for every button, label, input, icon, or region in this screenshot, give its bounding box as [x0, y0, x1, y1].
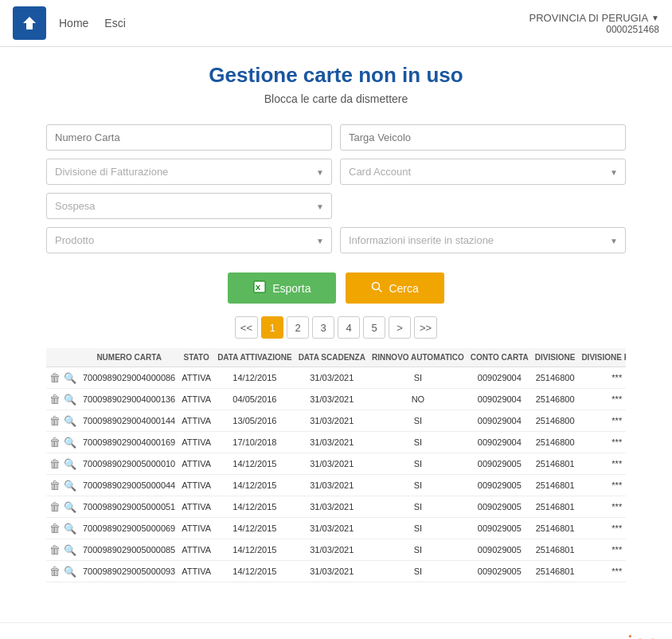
provincia-selector[interactable]: PROVINCIA DI PERUGIA ▼: [529, 12, 659, 24]
trash-icon[interactable]: 🗑: [49, 414, 61, 427]
cell-numero: 7000989029004000086: [80, 367, 178, 389]
page-5[interactable]: 5: [363, 316, 385, 339]
cell-conto: 009029004: [467, 432, 532, 453]
export-icon: X: [253, 280, 266, 296]
cell-div-par: ***: [578, 432, 626, 453]
row-search-icon[interactable]: 🔍: [64, 523, 76, 535]
numero-carta-input[interactable]: [46, 124, 332, 151]
filter-row-1: [46, 124, 626, 151]
table-row: 🗑 🔍 7000989029004000086 ATTIVA 14/12/201…: [46, 367, 626, 389]
cell-data-sc: 31/03/2021: [295, 367, 369, 389]
cell-divisione: 25146801: [532, 518, 579, 539]
page-first[interactable]: <<: [235, 316, 258, 339]
col-data-att: DATA ATTIVAZIONE: [214, 348, 295, 367]
header: Home Esci PROVINCIA DI PERUGIA ▼ 0000251…: [0, 0, 672, 47]
cell-stato: ATTIVA: [178, 389, 214, 410]
page-1[interactable]: 1: [261, 316, 283, 339]
row-search-icon[interactable]: 🔍: [64, 501, 76, 513]
page-subtitle: Blocca le carte da dismettere: [46, 92, 626, 105]
trash-icon[interactable]: 🗑: [49, 500, 61, 513]
table-row: 🗑 🔍 7000989029004000144 ATTIVA 13/05/201…: [46, 410, 626, 432]
trash-icon[interactable]: 🗑: [49, 393, 61, 406]
trash-icon[interactable]: 🗑: [49, 436, 61, 449]
trash-icon[interactable]: 🗑: [49, 457, 61, 470]
row-search-icon[interactable]: 🔍: [64, 544, 76, 556]
page-2[interactable]: 2: [287, 316, 309, 339]
card-account-select[interactable]: Card Account: [340, 159, 626, 185]
row-search-icon[interactable]: 🔍: [64, 437, 76, 449]
sospesa-wrapper: Sospesa: [46, 193, 332, 219]
row-search-icon[interactable]: 🔍: [64, 566, 76, 578]
trash-icon[interactable]: 🗑: [49, 479, 61, 492]
page-last[interactable]: >>: [414, 316, 437, 339]
row-search-icon[interactable]: 🔍: [64, 372, 76, 384]
cell-data-att: 13/05/2016: [214, 410, 295, 432]
cell-div-par: ***: [578, 367, 626, 389]
cell-divisione: 25146800: [532, 432, 579, 453]
cell-data-att: 14/12/2015: [214, 518, 295, 539]
footer-logo: GRUPPO api: [570, 633, 656, 639]
nav-home[interactable]: Home: [59, 17, 88, 29]
targa-veicolo-input[interactable]: [340, 124, 626, 151]
search-button[interactable]: Cerca: [346, 272, 443, 304]
row-search-icon[interactable]: 🔍: [64, 415, 76, 427]
account-code: 0000251468: [606, 24, 659, 35]
cell-numero: 7000989029004000169: [80, 432, 178, 453]
trash-icon[interactable]: 🗑: [49, 543, 61, 556]
trash-icon[interactable]: 🗑: [49, 371, 61, 384]
main-content: Gestione carte non in uso Blocca le cart…: [33, 47, 639, 598]
export-button[interactable]: X Esporta: [228, 272, 336, 304]
cell-stato: ATTIVA: [178, 475, 214, 496]
page-3[interactable]: 3: [312, 316, 334, 339]
cards-table-wrapper: NUMERO CARTA STATO DATA ATTIVAZIONE DATA…: [46, 348, 626, 582]
filter-row-3: Sospesa: [46, 193, 626, 219]
row-search-icon[interactable]: 🔍: [64, 394, 76, 406]
chevron-down-icon: ▼: [651, 14, 659, 22]
row-search-icon[interactable]: 🔍: [64, 458, 76, 470]
cell-rinnovo: SI: [369, 496, 467, 518]
nav-logout[interactable]: Esci: [104, 17, 125, 29]
footer-wave-icon: [635, 635, 656, 640]
cell-rinnovo: NO: [369, 389, 467, 410]
page-title: Gestione carte non in uso: [46, 63, 626, 88]
cell-numero: 7000989029004000136: [80, 389, 178, 410]
cell-divisione: 25146801: [532, 453, 579, 475]
cell-stato: ATTIVA: [178, 561, 214, 582]
cell-div-par: ***: [578, 389, 626, 410]
page-4[interactable]: 4: [338, 316, 360, 339]
cell-conto: 009029005: [467, 561, 532, 582]
card-account-wrapper: Card Account: [340, 159, 626, 185]
cell-divisione: 25146801: [532, 496, 579, 518]
svg-line-4: [379, 289, 382, 292]
table-row: 🗑 🔍 7000989029005000085 ATTIVA 14/12/201…: [46, 539, 626, 561]
export-label: Esporta: [272, 282, 311, 295]
trash-icon[interactable]: 🗑: [49, 565, 61, 578]
prodotto-wrapper: Prodotto: [46, 227, 332, 253]
divisione-select[interactable]: Divisione di Fatturazione: [46, 159, 332, 185]
cell-data-sc: 31/03/2021: [295, 410, 369, 432]
cell-rinnovo: SI: [369, 475, 467, 496]
row-search-icon[interactable]: 🔍: [64, 480, 76, 492]
cell-numero: 7000989029005000010: [80, 453, 178, 475]
trash-icon[interactable]: 🗑: [49, 522, 61, 535]
cell-data-att: 14/12/2015: [214, 539, 295, 561]
cell-div-par: ***: [578, 496, 626, 518]
cell-rinnovo: SI: [369, 539, 467, 561]
cell-stato: ATTIVA: [178, 496, 214, 518]
action-buttons: X Esporta Cerca: [46, 272, 626, 304]
cell-data-sc: 31/03/2021: [295, 539, 369, 561]
svg-text:X: X: [256, 284, 260, 292]
filter-row-4: Prodotto Informazioni inserite in stazio…: [46, 227, 626, 253]
filter-row-2: Divisione di Fatturazione Card Account: [46, 159, 626, 185]
sospesa-select[interactable]: Sospesa: [46, 193, 332, 219]
search-icon: [371, 281, 382, 295]
informazioni-select[interactable]: Informazioni inserite in stazione: [340, 227, 626, 253]
cell-data-att: 14/12/2015: [214, 475, 295, 496]
cell-div-par: ***: [578, 539, 626, 561]
cell-stato: ATTIVA: [178, 432, 214, 453]
cell-data-att: 14/12/2015: [214, 496, 295, 518]
prodotto-select[interactable]: Prodotto: [46, 227, 332, 253]
page-next[interactable]: >: [389, 316, 411, 339]
cell-data-sc: 31/03/2021: [295, 389, 369, 410]
table-header-row: NUMERO CARTA STATO DATA ATTIVAZIONE DATA…: [46, 348, 626, 367]
